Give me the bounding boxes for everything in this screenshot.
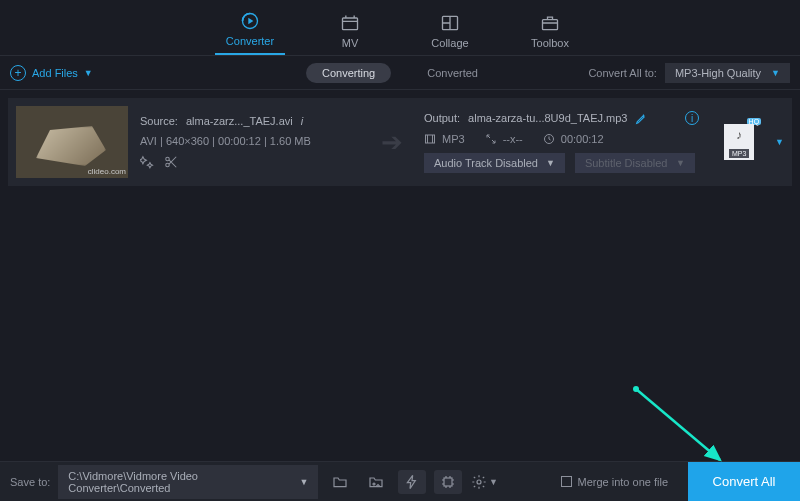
- chevron-down-icon: ▼: [84, 68, 93, 78]
- nav-collage-label: Collage: [431, 37, 468, 49]
- save-path-value: C:\Vidmore\Vidmore Video Converter\Conve…: [68, 470, 299, 494]
- source-format: AVI: [140, 135, 157, 147]
- format-icon: [424, 133, 436, 145]
- output-preset-select[interactable]: MP3-High Quality ▼: [665, 63, 790, 83]
- nav-toolbox[interactable]: Toolbox: [515, 13, 585, 55]
- nav-mv-label: MV: [342, 37, 359, 49]
- output-resolution: --x--: [503, 133, 523, 145]
- source-filename: alma-zarz..._TAEJ.avi: [186, 115, 293, 127]
- snapshot-folder-button[interactable]: [362, 470, 390, 494]
- source-duration: 00:00:12: [218, 135, 261, 147]
- chip-icon: [440, 474, 456, 490]
- save-path-select[interactable]: C:\Vidmore\Vidmore Video Converter\Conve…: [58, 465, 318, 499]
- output-filename: alma-zarza-tu...8U9d_TAEJ.mp3: [468, 112, 627, 124]
- lightning-icon: [404, 474, 420, 490]
- source-meta: AVI | 640×360 | 00:00:12 | 1.60 MB: [140, 135, 360, 147]
- nav-collage[interactable]: Collage: [415, 13, 485, 55]
- top-nav: Converter MV Collage Toolbox: [0, 0, 800, 56]
- open-folder-button[interactable]: [326, 470, 354, 494]
- subtitle-select[interactable]: Subtitle Disabled ▼: [575, 153, 695, 173]
- bottom-bar: Save to: C:\Vidmore\Vidmore Video Conver…: [0, 461, 800, 501]
- format-tag: MP3: [729, 149, 749, 158]
- subtitle-value: Subtitle Disabled: [585, 157, 668, 169]
- clock-icon: [543, 133, 555, 145]
- chevron-down-icon: ▼: [676, 158, 685, 168]
- nav-toolbox-label: Toolbox: [531, 37, 569, 49]
- rename-icon[interactable]: [635, 112, 648, 125]
- output-label: Output:: [424, 112, 460, 124]
- source-label: Source:: [140, 115, 178, 127]
- nav-mv[interactable]: MV: [315, 13, 385, 55]
- svg-rect-2: [343, 18, 358, 30]
- chevron-down-icon: ▼: [299, 477, 308, 487]
- folder-image-icon: [368, 474, 384, 490]
- nav-converter[interactable]: Converter: [215, 11, 285, 55]
- trim-icon[interactable]: [164, 155, 178, 169]
- toolbar: + Add Files ▼ Converting Converted Conve…: [0, 56, 800, 90]
- chevron-down-icon: ▼: [546, 158, 555, 168]
- source-info-icon[interactable]: i: [301, 115, 303, 127]
- arrow-right-icon: ➔: [372, 106, 412, 178]
- add-files-label: Add Files: [32, 67, 78, 79]
- hw-accel-button[interactable]: [398, 470, 426, 494]
- source-size: 1.60 MB: [270, 135, 311, 147]
- svg-point-12: [633, 386, 639, 392]
- source-resolution: 640×360: [166, 135, 209, 147]
- resolution-icon: [485, 133, 497, 145]
- tab-converting[interactable]: Converting: [306, 63, 391, 83]
- collage-icon: [439, 13, 461, 33]
- output-info-icon[interactable]: i: [685, 111, 699, 125]
- chevron-down-icon: ▼: [771, 68, 780, 78]
- source-info: Source: alma-zarz..._TAEJ.avi i AVI | 64…: [140, 106, 360, 178]
- audio-track-select[interactable]: Audio Track Disabled ▼: [424, 153, 565, 173]
- effects-icon[interactable]: [140, 155, 154, 169]
- svg-rect-10: [444, 478, 452, 486]
- nav-converter-label: Converter: [226, 35, 274, 47]
- output-format-thumb[interactable]: HQ MP3: [719, 122, 759, 162]
- svg-rect-7: [426, 135, 435, 143]
- plus-circle-icon: +: [10, 65, 26, 81]
- toolbox-icon: [539, 13, 561, 33]
- merge-label: Merge into one file: [578, 476, 669, 488]
- tab-converted[interactable]: Converted: [411, 63, 494, 83]
- convert-all-label: Convert All: [713, 474, 776, 489]
- gpu-button[interactable]: [434, 470, 462, 494]
- add-files-button[interactable]: + Add Files ▼: [10, 65, 93, 81]
- video-thumbnail[interactable]: clideo.com: [16, 106, 128, 178]
- checkbox-icon: [561, 476, 572, 487]
- save-to-label: Save to:: [10, 476, 50, 488]
- svg-marker-1: [248, 18, 253, 25]
- convert-all-to-label: Convert All to:: [588, 67, 656, 79]
- convert-all-to: Convert All to: MP3-High Quality ▼: [588, 63, 790, 83]
- settings-button[interactable]: ▼: [470, 470, 498, 494]
- output-duration: 00:00:12: [561, 133, 604, 145]
- svg-rect-4: [543, 20, 558, 30]
- output-format: MP3: [442, 133, 465, 145]
- gear-icon: [471, 474, 487, 490]
- folder-icon: [332, 474, 348, 490]
- convert-all-button[interactable]: Convert All: [688, 462, 800, 502]
- svg-point-9: [373, 483, 375, 485]
- merge-checkbox[interactable]: Merge into one file: [561, 476, 669, 488]
- format-dropdown-icon[interactable]: ▼: [775, 137, 784, 147]
- audio-track-value: Audio Track Disabled: [434, 157, 538, 169]
- svg-line-13: [636, 389, 720, 460]
- thumbnail-watermark: clideo.com: [88, 167, 126, 176]
- mv-icon: [339, 13, 361, 33]
- sub-tabs: Converting Converted: [306, 63, 494, 83]
- output-info: Output: alma-zarza-tu...8U9d_TAEJ.mp3 i …: [424, 106, 699, 178]
- file-row: clideo.com Source: alma-zarz..._TAEJ.avi…: [8, 98, 792, 186]
- chevron-down-icon: ▼: [489, 477, 498, 487]
- svg-point-11: [477, 480, 481, 484]
- converter-icon: [239, 11, 261, 31]
- output-preset-value: MP3-High Quality: [675, 67, 761, 79]
